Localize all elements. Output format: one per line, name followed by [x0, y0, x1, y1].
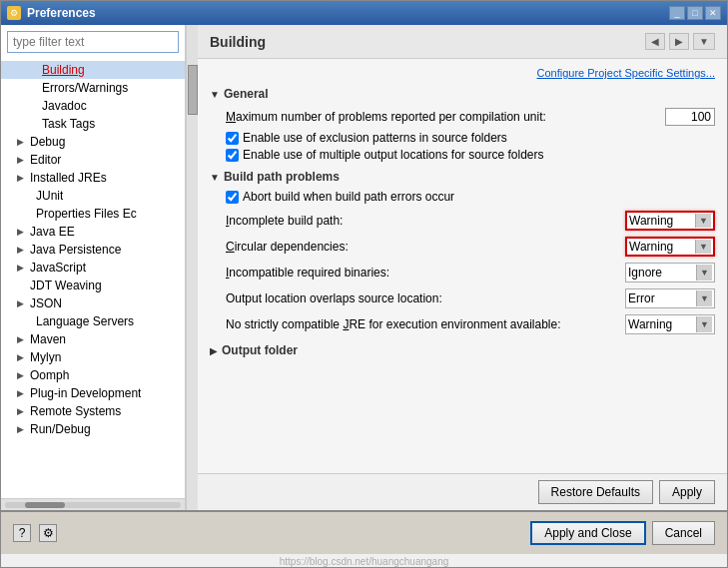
output-folder-collapse-icon[interactable]: ▶	[210, 345, 218, 356]
tree-item-java-persistence[interactable]: ▶ Java Persistence	[1, 241, 185, 259]
dropdown-arrow-icon: ▼	[695, 214, 711, 228]
multiple-output-row: Enable use of multiple output locations …	[222, 148, 715, 162]
general-section-content: Maximum number of problems reported per …	[210, 107, 715, 162]
expand-icon: ▶	[17, 155, 27, 165]
expand-icon: ▶	[17, 370, 27, 380]
max-problems-row: Maximum number of problems reported per …	[222, 107, 715, 127]
tree-item-language-servers[interactable]: Language Servers	[1, 312, 185, 330]
footer: ? ⚙ Apply and Close Cancel	[1, 510, 727, 554]
tree-item-installed-jres[interactable]: ▶ Installed JREs	[1, 169, 185, 187]
build-path-section-header: ▼ Build path problems	[210, 170, 715, 184]
output-overlap-dropdown[interactable]: Error ▼	[625, 288, 715, 308]
tree-label: Remote Systems	[30, 404, 121, 418]
tree-item-debug[interactable]: ▶ Debug	[1, 133, 185, 151]
tree-item-plugin-development[interactable]: ▶ Plug-in Development	[1, 384, 185, 402]
abort-build-row: Abort build when build path errors occur	[222, 190, 715, 204]
build-path-collapse-icon[interactable]: ▼	[210, 172, 220, 183]
main-content: Building Errors/Warnings Javadoc Task Ta…	[1, 25, 727, 510]
forward-button[interactable]: ▶	[669, 33, 689, 50]
no-jre-row: No strictly compatible JRE for execution…	[222, 313, 715, 335]
maximize-button[interactable]: □	[687, 6, 703, 20]
no-jre-dropdown-value: Warning	[628, 317, 672, 331]
tree-item-task-tags[interactable]: Task Tags	[1, 115, 185, 133]
cancel-button[interactable]: Cancel	[652, 521, 715, 545]
page-title: Building	[210, 34, 266, 50]
multiple-output-checkbox[interactable]	[226, 149, 239, 162]
general-section-title: General	[224, 87, 269, 101]
configure-link[interactable]: Configure Project Specific Settings...	[210, 67, 715, 79]
back-button[interactable]: ◀	[645, 33, 665, 50]
tree-item-java-ee[interactable]: ▶ Java EE	[1, 223, 185, 241]
nav-buttons: ◀ ▶ ▼	[645, 33, 715, 50]
apply-close-button[interactable]: Apply and Close	[530, 521, 645, 545]
expand-icon: ▶	[17, 298, 27, 308]
incompatible-binaries-row: Incompatible required binaries: Ignore ▼	[222, 262, 715, 284]
footer-icons: ? ⚙	[13, 524, 57, 542]
scrollbar-track	[5, 502, 181, 508]
output-overlap-row: Output location overlaps source location…	[222, 287, 715, 309]
no-jre-dropdown[interactable]: Warning ▼	[625, 314, 715, 334]
general-section-header: ▼ General	[210, 87, 715, 101]
tree-label: JSON	[30, 296, 62, 310]
tree-item-javadoc[interactable]: Javadoc	[1, 97, 185, 115]
abort-build-checkbox[interactable]	[226, 191, 239, 204]
tree-label: Maven	[30, 332, 66, 346]
tree-item-maven[interactable]: ▶ Maven	[1, 330, 185, 348]
minimize-button[interactable]: _	[669, 6, 685, 20]
scroll-thumb[interactable]	[188, 65, 198, 115]
incompatible-label: Incompatible required binaries:	[222, 266, 625, 280]
tree-item-errors-warnings[interactable]: Errors/Warnings	[1, 79, 185, 97]
tree-item-oomph[interactable]: ▶ Oomph	[1, 366, 185, 384]
search-input[interactable]	[7, 31, 179, 53]
incomplete-build-path-row: Incomplete build path: Warning ▼	[222, 210, 715, 232]
restore-defaults-button[interactable]: Restore Defaults	[538, 480, 653, 504]
tree-label: Java Persistence	[30, 243, 121, 257]
circular-dropdown[interactable]: Warning ▼	[625, 237, 715, 257]
max-problems-input[interactable]	[665, 108, 715, 126]
tree-item-mylyn[interactable]: ▶ Mylyn	[1, 348, 185, 366]
expand-icon: ▶	[17, 137, 27, 147]
help-icon: ?	[19, 526, 26, 540]
settings-icon: ⚙	[43, 526, 54, 540]
expand-icon: ▶	[17, 227, 27, 237]
tree-item-editor[interactable]: ▶ Editor	[1, 151, 185, 169]
close-button[interactable]: ✕	[705, 6, 721, 20]
general-collapse-icon[interactable]: ▼	[210, 89, 220, 100]
apply-button[interactable]: Apply	[659, 480, 715, 504]
tree-item-junit[interactable]: JUnit	[1, 187, 185, 205]
incompatible-dropdown[interactable]: Ignore ▼	[625, 263, 715, 283]
circular-dropdown-value: Warning	[629, 240, 673, 254]
tree-label: JDT Weaving	[30, 279, 102, 292]
vertical-scrollbar[interactable]	[186, 25, 198, 510]
tree-item-jdt-weaving[interactable]: JDT Weaving	[1, 277, 185, 294]
dropdown-arrow-icon: ▼	[696, 290, 712, 306]
settings-footer-button[interactable]: ⚙	[39, 524, 57, 542]
incomplete-dropdown[interactable]: Warning ▼	[625, 211, 715, 231]
tree-item-javascript[interactable]: ▶ JavaScript	[1, 259, 185, 277]
right-content: Configure Project Specific Settings... ▼…	[198, 59, 727, 473]
scrollbar-thumb[interactable]	[25, 502, 65, 508]
expand-icon: ▶	[17, 263, 27, 273]
window-title: Preferences	[27, 6, 663, 20]
tree-item-remote-systems[interactable]: ▶ Remote Systems	[1, 402, 185, 420]
tree-item-json[interactable]: ▶ JSON	[1, 294, 185, 312]
output-folder-section-title: Output folder	[222, 343, 298, 357]
tree-label: Building	[42, 63, 85, 77]
exclusion-checkbox[interactable]	[226, 132, 239, 145]
tree-item-building[interactable]: Building	[1, 61, 185, 79]
tree-label: Language Servers	[36, 314, 134, 328]
multiple-output-label: Enable use of multiple output locations …	[243, 148, 544, 162]
expand-icon: ▶	[17, 334, 27, 344]
build-path-section-content: Abort build when build path errors occur…	[210, 190, 715, 335]
left-panel: Building Errors/Warnings Javadoc Task Ta…	[1, 25, 186, 510]
tree-label: Installed JREs	[30, 171, 107, 185]
dropdown-arrow-icon: ▼	[696, 316, 712, 332]
horizontal-scrollbar[interactable]	[1, 498, 185, 510]
incompatible-dropdown-value: Ignore	[628, 266, 662, 280]
tree-label: Plug-in Development	[30, 386, 141, 400]
dropdown-nav-button[interactable]: ▼	[693, 33, 715, 50]
tree-item-run-debug[interactable]: ▶ Run/Debug	[1, 420, 185, 438]
tree-item-properties-files[interactable]: Properties Files Ec	[1, 205, 185, 223]
tree-label: Errors/Warnings	[42, 81, 128, 95]
help-button[interactable]: ?	[13, 524, 31, 542]
